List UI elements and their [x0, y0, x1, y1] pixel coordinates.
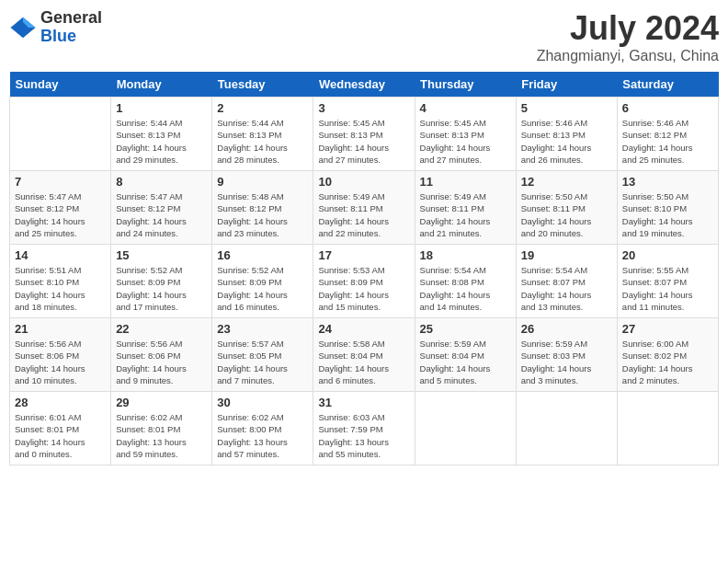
calendar-cell: 7Sunrise: 5:47 AM Sunset: 8:12 PM Daylig… — [10, 171, 111, 245]
day-info: Sunrise: 5:46 AM Sunset: 8:12 PM Dayligh… — [622, 117, 713, 166]
calendar-cell: 14Sunrise: 5:51 AM Sunset: 8:10 PM Dayli… — [10, 245, 111, 318]
calendar-cell: 22Sunrise: 5:56 AM Sunset: 8:06 PM Dayli… — [111, 318, 212, 392]
day-number: 17 — [318, 248, 409, 262]
day-info: Sunrise: 5:54 AM Sunset: 8:08 PM Dayligh… — [420, 264, 511, 313]
day-number: 22 — [116, 322, 207, 336]
calendar-cell — [10, 98, 111, 171]
day-info: Sunrise: 5:54 AM Sunset: 8:07 PM Dayligh… — [521, 264, 612, 313]
day-info: Sunrise: 5:56 AM Sunset: 8:06 PM Dayligh… — [15, 338, 106, 386]
logo: General Blue — [9, 9, 102, 46]
calendar-cell: 16Sunrise: 5:52 AM Sunset: 8:09 PM Dayli… — [212, 245, 313, 318]
calendar-cell: 19Sunrise: 5:54 AM Sunset: 8:07 PM Dayli… — [516, 245, 617, 318]
calendar-cell — [415, 392, 516, 465]
calendar-cell: 23Sunrise: 5:57 AM Sunset: 8:05 PM Dayli… — [212, 318, 313, 392]
calendar-cell: 21Sunrise: 5:56 AM Sunset: 8:06 PM Dayli… — [10, 318, 111, 392]
day-number: 16 — [217, 248, 308, 262]
day-info: Sunrise: 5:49 AM Sunset: 8:11 PM Dayligh… — [318, 190, 409, 239]
day-info: Sunrise: 5:55 AM Sunset: 8:07 PM Dayligh… — [622, 264, 713, 313]
calendar-cell — [516, 392, 617, 465]
day-number: 7 — [15, 175, 106, 189]
day-number: 15 — [116, 248, 207, 262]
day-info: Sunrise: 5:44 AM Sunset: 8:13 PM Dayligh… — [116, 117, 207, 166]
day-number: 30 — [217, 396, 308, 409]
calendar-cell: 6Sunrise: 5:46 AM Sunset: 8:12 PM Daylig… — [617, 98, 718, 171]
logo-blue: Blue — [40, 28, 102, 46]
day-header-wednesday: Wednesday — [313, 72, 415, 98]
day-info: Sunrise: 5:52 AM Sunset: 8:09 PM Dayligh… — [217, 264, 308, 313]
calendar-cell: 25Sunrise: 5:59 AM Sunset: 8:04 PM Dayli… — [415, 318, 516, 392]
calendar-table: SundayMondayTuesdayWednesdayThursdayFrid… — [9, 72, 719, 465]
logo-icon — [9, 14, 37, 41]
day-info: Sunrise: 6:02 AM Sunset: 8:00 PM Dayligh… — [217, 411, 308, 460]
day-number: 19 — [521, 248, 612, 262]
day-info: Sunrise: 5:46 AM Sunset: 8:13 PM Dayligh… — [521, 117, 612, 166]
calendar-cell: 5Sunrise: 5:46 AM Sunset: 8:13 PM Daylig… — [516, 98, 617, 171]
day-number: 31 — [318, 396, 409, 409]
week-row-1: 7Sunrise: 5:47 AM Sunset: 8:12 PM Daylig… — [10, 171, 719, 245]
calendar-cell: 24Sunrise: 5:58 AM Sunset: 8:04 PM Dayli… — [313, 318, 415, 392]
week-row-3: 21Sunrise: 5:56 AM Sunset: 8:06 PM Dayli… — [10, 318, 719, 392]
calendar-cell: 3Sunrise: 5:45 AM Sunset: 8:13 PM Daylig… — [313, 98, 415, 171]
calendar-cell: 28Sunrise: 6:01 AM Sunset: 8:01 PM Dayli… — [10, 392, 111, 465]
day-number: 29 — [116, 396, 207, 409]
title-section: July 2024 Zhangmianyi, Gansu, China — [537, 9, 719, 64]
page-header: General Blue July 2024 Zhangmianyi, Gans… — [9, 9, 719, 64]
day-number: 14 — [15, 248, 106, 262]
day-number: 20 — [622, 248, 713, 262]
calendar-cell: 18Sunrise: 5:54 AM Sunset: 8:08 PM Dayli… — [415, 245, 516, 318]
week-row-2: 14Sunrise: 5:51 AM Sunset: 8:10 PM Dayli… — [10, 245, 719, 318]
day-info: Sunrise: 5:44 AM Sunset: 8:13 PM Dayligh… — [217, 117, 308, 166]
calendar-cell: 8Sunrise: 5:47 AM Sunset: 8:12 PM Daylig… — [111, 171, 212, 245]
day-number: 26 — [521, 322, 612, 336]
day-number: 6 — [622, 101, 713, 115]
day-info: Sunrise: 6:01 AM Sunset: 8:01 PM Dayligh… — [15, 411, 106, 460]
day-info: Sunrise: 5:52 AM Sunset: 8:09 PM Dayligh… — [116, 264, 207, 313]
calendar-cell: 30Sunrise: 6:02 AM Sunset: 8:00 PM Dayli… — [212, 392, 313, 465]
day-number: 2 — [217, 101, 308, 115]
day-info: Sunrise: 5:59 AM Sunset: 8:03 PM Dayligh… — [521, 338, 612, 386]
location: Zhangmianyi, Gansu, China — [537, 48, 719, 64]
calendar-cell: 26Sunrise: 5:59 AM Sunset: 8:03 PM Dayli… — [516, 318, 617, 392]
day-number: 4 — [420, 101, 511, 115]
day-number: 23 — [217, 322, 308, 336]
day-info: Sunrise: 5:53 AM Sunset: 8:09 PM Dayligh… — [318, 264, 409, 313]
week-row-4: 28Sunrise: 6:01 AM Sunset: 8:01 PM Dayli… — [10, 392, 719, 465]
calendar-cell: 12Sunrise: 5:50 AM Sunset: 8:11 PM Dayli… — [516, 171, 617, 245]
day-info: Sunrise: 5:48 AM Sunset: 8:12 PM Dayligh… — [217, 190, 308, 239]
day-number: 12 — [521, 175, 612, 189]
calendar-cell — [617, 392, 718, 465]
day-info: Sunrise: 5:59 AM Sunset: 8:04 PM Dayligh… — [420, 338, 511, 386]
day-info: Sunrise: 5:45 AM Sunset: 8:13 PM Dayligh… — [318, 117, 409, 166]
day-number: 18 — [420, 248, 511, 262]
calendar-cell: 17Sunrise: 5:53 AM Sunset: 8:09 PM Dayli… — [313, 245, 415, 318]
month-year: July 2024 — [537, 9, 719, 48]
day-info: Sunrise: 5:45 AM Sunset: 8:13 PM Dayligh… — [420, 117, 511, 166]
day-info: Sunrise: 5:57 AM Sunset: 8:05 PM Dayligh… — [217, 338, 308, 386]
day-number: 1 — [116, 101, 207, 115]
calendar-cell: 10Sunrise: 5:49 AM Sunset: 8:11 PM Dayli… — [313, 171, 415, 245]
day-info: Sunrise: 5:49 AM Sunset: 8:11 PM Dayligh… — [420, 190, 511, 239]
day-number: 25 — [420, 322, 511, 336]
day-number: 10 — [318, 175, 409, 189]
day-number: 11 — [420, 175, 511, 189]
calendar-cell: 29Sunrise: 6:02 AM Sunset: 8:01 PM Dayli… — [111, 392, 212, 465]
day-header-tuesday: Tuesday — [212, 72, 313, 98]
day-info: Sunrise: 6:02 AM Sunset: 8:01 PM Dayligh… — [116, 411, 207, 460]
day-info: Sunrise: 6:00 AM Sunset: 8:02 PM Dayligh… — [622, 338, 713, 386]
calendar-cell: 11Sunrise: 5:49 AM Sunset: 8:11 PM Dayli… — [415, 171, 516, 245]
calendar-cell: 2Sunrise: 5:44 AM Sunset: 8:13 PM Daylig… — [212, 98, 313, 171]
logo-text: General Blue — [40, 9, 102, 46]
day-header-thursday: Thursday — [415, 72, 516, 98]
calendar-cell: 20Sunrise: 5:55 AM Sunset: 8:07 PM Dayli… — [617, 245, 718, 318]
day-header-friday: Friday — [516, 72, 617, 98]
logo-general: General — [40, 9, 102, 28]
day-info: Sunrise: 5:50 AM Sunset: 8:10 PM Dayligh… — [622, 190, 713, 239]
day-info: Sunrise: 5:58 AM Sunset: 8:04 PM Dayligh… — [318, 338, 409, 386]
day-number: 8 — [116, 175, 207, 189]
day-header-monday: Monday — [111, 72, 212, 98]
day-info: Sunrise: 5:56 AM Sunset: 8:06 PM Dayligh… — [116, 338, 207, 386]
day-number: 5 — [521, 101, 612, 115]
calendar-cell: 4Sunrise: 5:45 AM Sunset: 8:13 PM Daylig… — [415, 98, 516, 171]
day-info: Sunrise: 6:03 AM Sunset: 7:59 PM Dayligh… — [318, 411, 409, 460]
days-header-row: SundayMondayTuesdayWednesdayThursdayFrid… — [10, 72, 719, 98]
